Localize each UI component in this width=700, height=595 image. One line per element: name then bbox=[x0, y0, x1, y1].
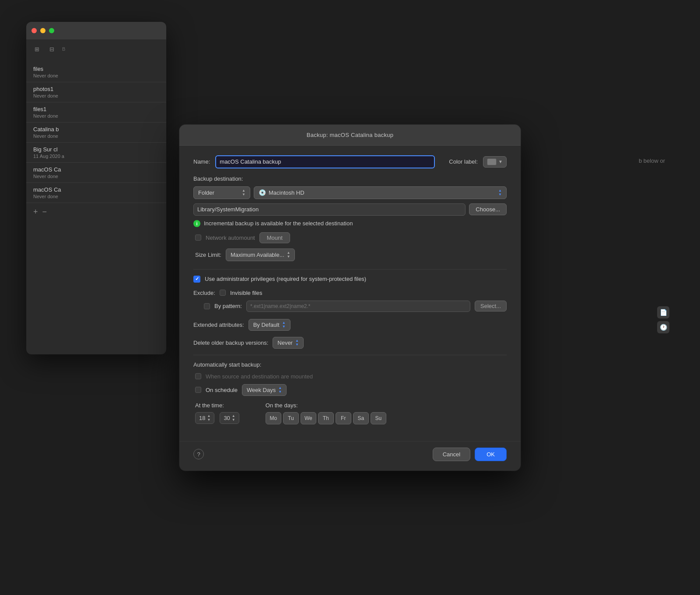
dest-volume-select[interactable]: 💿 Macintosh HD ▲ ▼ bbox=[254, 186, 507, 199]
path-row: Choose... bbox=[193, 203, 507, 216]
name-row: Name: Color label: ▼ bbox=[193, 155, 507, 168]
delete-label: Delete older backup versions: bbox=[193, 340, 268, 346]
on-schedule-row: On schedule Week Days ▲ ▼ bbox=[193, 384, 507, 396]
when-mounted-checkbox bbox=[195, 373, 201, 379]
day-we[interactable]: We bbox=[301, 412, 316, 424]
size-limit-arrows: ▲ ▼ bbox=[287, 251, 290, 259]
invisible-label: Invisible files bbox=[230, 290, 262, 296]
dest-volume-value: Macintosh HD bbox=[269, 189, 304, 196]
on-schedule-checkbox[interactable] bbox=[195, 387, 201, 393]
ext-attr-arrows: ▲ ▼ bbox=[282, 321, 286, 329]
disk-icon: 💿 bbox=[259, 189, 266, 196]
delete-select[interactable]: Never ▲ ▼ bbox=[273, 337, 304, 349]
by-pattern-label: By pattern: bbox=[214, 303, 242, 309]
day-tu[interactable]: Tu bbox=[283, 412, 299, 424]
size-down-icon: ▼ bbox=[287, 255, 290, 259]
size-label: Size Limit: bbox=[195, 252, 221, 258]
ext-attr-select[interactable]: By Default ▲ ▼ bbox=[248, 319, 290, 331]
path-input[interactable] bbox=[193, 203, 466, 216]
exclude-row: Exclude: Invisible files bbox=[193, 290, 507, 296]
day-mo[interactable]: Mo bbox=[266, 412, 281, 424]
help-button[interactable]: ? bbox=[193, 449, 204, 459]
hour-down-icon[interactable]: ▼ bbox=[207, 418, 210, 422]
ext-attr-value: By Default bbox=[253, 322, 280, 328]
on-days-label: On the days: bbox=[266, 402, 386, 409]
select-pattern-button[interactable]: Select... bbox=[475, 301, 507, 312]
days-section: On the days: Mo Tu We Th Fr Sa Su bbox=[266, 402, 386, 424]
ext-down-icon: ▼ bbox=[282, 325, 286, 329]
color-swatch bbox=[487, 158, 497, 165]
name-input[interactable] bbox=[215, 155, 435, 168]
time-inputs: 18 ▲ ▼ 30 ▲ ▼ bbox=[195, 412, 239, 424]
dest-type-arrows: ▲ ▼ bbox=[242, 189, 245, 196]
minute-stepper[interactable]: 30 ▲ ▼ bbox=[220, 412, 239, 424]
auto-start-label: Automatically start backup: bbox=[193, 361, 507, 368]
network-row: Network automount Mount bbox=[193, 232, 507, 243]
hour-stepper[interactable]: 18 ▲ ▼ bbox=[195, 412, 214, 424]
day-sa[interactable]: Sa bbox=[353, 412, 369, 424]
day-th[interactable]: Th bbox=[318, 412, 334, 424]
on-schedule-label: On schedule bbox=[206, 387, 238, 393]
pattern-row: By pattern: Select... bbox=[193, 301, 507, 312]
day-su[interactable]: Su bbox=[371, 412, 386, 424]
schedule-down-icon: ▼ bbox=[278, 390, 282, 394]
dest-type-up-icon: ▲ bbox=[242, 189, 245, 192]
color-label: Color label: bbox=[449, 158, 478, 165]
delete-row: Delete older backup versions: Never ▲ ▼ bbox=[193, 337, 507, 349]
network-label: Network automount bbox=[206, 234, 255, 241]
schedule-up-icon: ▲ bbox=[278, 386, 282, 390]
minute-arrows: ▲ ▼ bbox=[232, 414, 235, 422]
choose-button[interactable]: Choose... bbox=[469, 203, 507, 215]
volume-up-icon: ▲ bbox=[498, 189, 502, 192]
dest-type-value: Folder bbox=[198, 189, 214, 196]
size-limit-select[interactable]: Maximum Available... ▲ ▼ bbox=[226, 248, 295, 261]
ext-up-icon: ▲ bbox=[282, 321, 286, 325]
color-label-button[interactable]: ▼ bbox=[483, 156, 507, 168]
minute-value: 30 bbox=[224, 415, 230, 421]
delete-value: Never bbox=[277, 340, 293, 346]
divider-1 bbox=[193, 269, 507, 270]
cancel-button[interactable]: Cancel bbox=[433, 448, 470, 461]
admin-checkbox[interactable]: ✓ bbox=[193, 276, 200, 283]
by-pattern-checkbox[interactable] bbox=[204, 303, 210, 309]
color-arrow-icon: ▼ bbox=[498, 159, 503, 164]
checkmark-icon: ✓ bbox=[195, 276, 199, 282]
hour-arrows: ▲ ▼ bbox=[207, 414, 210, 422]
ext-attr-row: Extended attributes: By Default ▲ ▼ bbox=[193, 319, 507, 331]
dialog-footer: ? Cancel OK bbox=[179, 441, 521, 471]
hour-up-icon[interactable]: ▲ bbox=[207, 414, 210, 418]
dest-type-select[interactable]: Folder ▲ ▼ bbox=[193, 186, 250, 199]
exclude-label: Exclude: bbox=[193, 290, 215, 296]
dest-type-down-icon: ▼ bbox=[242, 193, 245, 196]
schedule-select[interactable]: Week Days ▲ ▼ bbox=[242, 384, 287, 396]
volume-down-icon: ▼ bbox=[498, 193, 502, 196]
admin-row: ✓ Use administrator privileges (required… bbox=[193, 276, 507, 283]
size-limit-value: Maximum Available... bbox=[231, 252, 284, 258]
minute-up-icon[interactable]: ▲ bbox=[232, 414, 235, 418]
at-time-label: At the time: bbox=[195, 402, 239, 409]
schedule-value: Week Days bbox=[247, 387, 276, 393]
invisible-files-checkbox[interactable] bbox=[220, 290, 226, 296]
dialog-titlebar: Backup: macOS Catalina backup bbox=[179, 125, 521, 146]
network-automount-checkbox[interactable] bbox=[195, 234, 201, 241]
name-label: Name: bbox=[193, 158, 210, 165]
backup-dest-label: Backup destination: bbox=[193, 175, 507, 182]
ok-button[interactable]: OK bbox=[475, 448, 507, 461]
dest-volume-arrows: ▲ ▼ bbox=[498, 189, 502, 196]
days-row: Mo Tu We Th Fr Sa Su bbox=[266, 412, 386, 424]
mount-button[interactable]: Mount bbox=[259, 232, 290, 243]
destination-row: Folder ▲ ▼ 💿 Macintosh HD ▲ ▼ bbox=[193, 186, 507, 199]
when-mounted-label: When source and destination are mounted bbox=[206, 373, 313, 380]
info-icon: i bbox=[193, 220, 200, 227]
divider-2 bbox=[193, 355, 507, 355]
minute-down-icon[interactable]: ▼ bbox=[232, 418, 235, 422]
when-mounted-row: When source and destination are mounted bbox=[193, 373, 507, 380]
pattern-input[interactable] bbox=[246, 301, 470, 312]
time-section: At the time: 18 ▲ ▼ 30 bbox=[195, 402, 239, 424]
day-fr[interactable]: Fr bbox=[336, 412, 351, 424]
info-row: i Incremental backup is available for th… bbox=[193, 220, 507, 227]
dialog-title: Backup: macOS Catalina backup bbox=[307, 132, 393, 138]
footer-buttons: Cancel OK bbox=[433, 448, 507, 461]
dialog-overlay: Backup: macOS Catalina backup Name: Colo… bbox=[0, 0, 700, 595]
info-text: Incremental backup is available for the … bbox=[204, 220, 353, 227]
